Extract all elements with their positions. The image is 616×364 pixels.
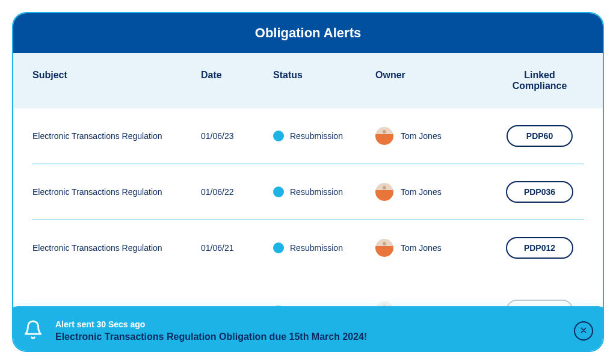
toast-body: Alert sent 30 Secs ago Electronic Transa… [55, 319, 562, 342]
alerts-card: Obligation Alerts Subject Date Status Ow… [12, 12, 604, 352]
cell-subject: Electronic Transactions Regulation [32, 187, 201, 197]
cell-status: Resubmission [273, 242, 375, 253]
status-dot-icon [273, 131, 284, 141]
owner-name: Tom Jones [401, 243, 442, 253]
alert-toast: Alert sent 30 Secs ago Electronic Transa… [12, 306, 604, 352]
cell-date: 01/06/22 [201, 187, 273, 197]
svg-point-2 [383, 242, 386, 245]
avatar-icon [375, 239, 393, 257]
avatar-icon [375, 127, 393, 145]
card-title: Obligation Alerts [13, 13, 603, 53]
cell-owner: Tom Jones [375, 127, 496, 145]
cell-status: Resubmission [273, 187, 375, 197]
col-owner: Owner [375, 70, 496, 91]
cell-compliance: PDP012 [496, 237, 584, 259]
status-dot-icon [273, 187, 284, 197]
table-row[interactable]: Electronic Transactions Regulation 01/06… [32, 164, 584, 220]
owner-name: Tom Jones [401, 131, 442, 141]
cell-date: 01/06/23 [201, 131, 273, 141]
close-button[interactable] [574, 321, 593, 341]
table-row[interactable]: Electronic Transactions Regulation 01/06… [32, 220, 584, 276]
cell-compliance: PDP60 [496, 125, 584, 147]
table-header: Subject Date Status Owner Linked Complia… [13, 53, 603, 108]
svg-point-1 [383, 186, 386, 190]
col-date: Date [201, 70, 273, 91]
col-subject: Subject [32, 70, 201, 91]
col-status: Status [273, 70, 375, 91]
avatar-icon [375, 183, 393, 201]
status-label: Resubmission [290, 187, 343, 197]
col-linked: Linked Compliance [496, 70, 584, 91]
bell-icon [23, 319, 43, 342]
compliance-pill-button[interactable]: PDP60 [507, 125, 573, 147]
compliance-pill-button[interactable]: PDP036 [506, 181, 573, 203]
toast-message: Electronic Transactions Regulation Oblig… [55, 332, 562, 342]
status-dot-icon [273, 242, 284, 253]
table-body: Electronic Transactions Regulation 01/06… [13, 108, 603, 276]
cell-date: 01/06/21 [201, 243, 273, 253]
status-label: Resubmission [290, 131, 343, 141]
owner-name: Tom Jones [401, 187, 442, 197]
svg-point-0 [383, 130, 386, 134]
cell-status: Resubmission [273, 131, 375, 141]
toast-time: Alert sent 30 Secs ago [55, 319, 562, 329]
compliance-pill-button[interactable]: PDP012 [506, 237, 573, 259]
cell-owner: Tom Jones [375, 239, 496, 257]
status-label: Resubmission [290, 243, 343, 253]
cell-owner: Tom Jones [375, 183, 496, 201]
cell-compliance: PDP036 [496, 181, 584, 203]
close-icon [579, 326, 588, 336]
cell-subject: Electronic Transactions Regulation [32, 131, 201, 141]
table-row[interactable]: Electronic Transactions Regulation 01/06… [32, 108, 584, 164]
cell-subject: Electronic Transactions Regulation [32, 243, 201, 253]
